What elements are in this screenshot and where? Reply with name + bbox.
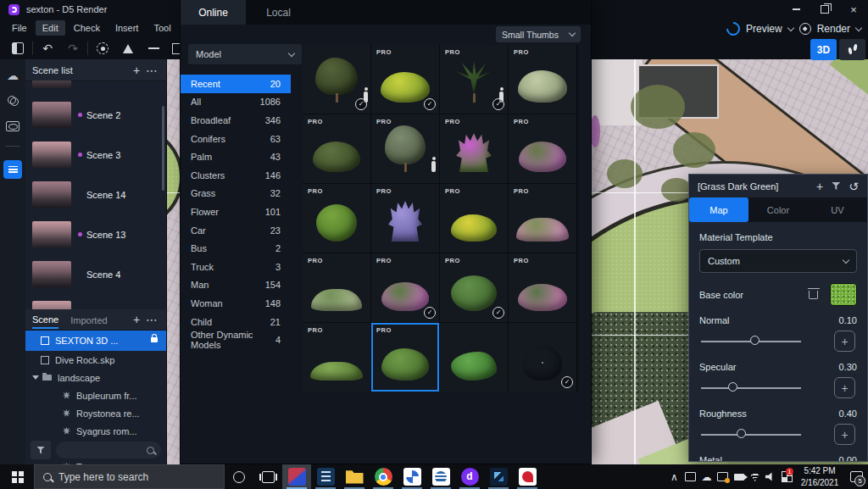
- taskbar-search[interactable]: Type here to search: [34, 464, 225, 489]
- asset-thumbnail[interactable]: PRO✓: [440, 253, 508, 322]
- materials-button[interactable]: [6, 95, 19, 107]
- asset-thumbnail[interactable]: PRO: [303, 114, 370, 183]
- category-palm[interactable]: Palm43: [181, 147, 291, 166]
- taskbar-app-editor[interactable]: [484, 464, 513, 489]
- slider-thumb[interactable]: [750, 336, 760, 345]
- asset-thumbnail[interactable]: PRO: [371, 184, 439, 253]
- minimize-button[interactable]: [782, 0, 810, 19]
- category-truck[interactable]: Truck3: [181, 258, 291, 276]
- slider-thumb[interactable]: [728, 382, 737, 392]
- tablet-mode-icon[interactable]: [682, 464, 698, 489]
- add-material-button[interactable]: +: [816, 181, 823, 192]
- redo-button[interactable]: ↷: [60, 39, 86, 58]
- category-flower[interactable]: Flower101: [181, 203, 291, 221]
- asset-tab-local[interactable]: Local: [246, 0, 311, 25]
- taskbar-app-atlas[interactable]: [426, 464, 455, 489]
- notification-center-button[interactable]: 5: [844, 464, 868, 489]
- thumb-size-dropdown[interactable]: Small Thumbs: [496, 26, 581, 42]
- select-tool-button[interactable]: [90, 39, 115, 58]
- filter-button[interactable]: [31, 441, 51, 459]
- menu-item-check[interactable]: Check: [67, 20, 107, 36]
- category-all[interactable]: All1086: [181, 93, 291, 112]
- reset-material-button[interactable]: ↺: [849, 181, 859, 192]
- apply-filter-icon[interactable]: [832, 182, 840, 190]
- walk-mode-button[interactable]: [839, 39, 865, 60]
- outliner-item[interactable]: Bupleurum fr...: [25, 386, 166, 404]
- category-recent[interactable]: Recent20: [181, 75, 291, 93]
- category-conifers[interactable]: Conifers63: [181, 130, 291, 148]
- scene-list-scrollbar[interactable]: [162, 106, 164, 191]
- asset-thumbnail[interactable]: PRO: [509, 184, 576, 253]
- onedrive-icon[interactable]: ☁: [698, 464, 715, 489]
- category-grass[interactable]: Grass32: [181, 185, 291, 203]
- tab-imported[interactable]: Imported: [70, 312, 107, 328]
- asset-type-dropdown[interactable]: Model: [188, 44, 302, 64]
- material-template-select[interactable]: Custom: [699, 249, 857, 273]
- app-grid-icon[interactable]: 1: [779, 464, 795, 489]
- asset-thumbnail[interactable]: [440, 323, 508, 392]
- asset-thumbnail[interactable]: PRO✓: [440, 45, 508, 114]
- category-man[interactable]: Man154: [181, 276, 291, 295]
- slider-track[interactable]: [701, 387, 801, 389]
- tray-expand-button[interactable]: ∧: [666, 464, 682, 489]
- outliner-item[interactable]: SEXTON 3D ...: [25, 331, 166, 351]
- asset-thumbnail[interactable]: ✓: [303, 45, 370, 114]
- undo-button[interactable]: ↶: [35, 39, 60, 58]
- material-tab-map[interactable]: Map: [689, 197, 748, 222]
- asset-thumbnail[interactable]: PRO: [509, 114, 576, 183]
- tab-scene[interactable]: Scene: [32, 311, 58, 329]
- category-child[interactable]: Child21: [181, 313, 291, 331]
- scene-item[interactable]: Scene 4: [25, 254, 166, 294]
- category-broadleaf[interactable]: Broadleaf346: [181, 111, 291, 130]
- line-tool-button[interactable]: [141, 39, 166, 58]
- taskbar-app-capture[interactable]: [282, 464, 311, 489]
- asset-thumbnail[interactable]: PRO: [371, 323, 439, 392]
- asset-thumbnail[interactable]: PRO: [509, 45, 576, 114]
- trash-icon[interactable]: [809, 291, 818, 299]
- camera-button[interactable]: [6, 120, 19, 132]
- slider-track[interactable]: [701, 434, 801, 436]
- scene-item[interactable]: Scene 11: [25, 81, 166, 95]
- category-bus[interactable]: Bus2: [181, 239, 291, 258]
- taskbar-app-calculator[interactable]: [311, 464, 340, 489]
- menu-item-edit[interactable]: Edit: [36, 20, 65, 36]
- add-map-button[interactable]: +: [834, 331, 855, 352]
- taskbar-clock[interactable]: 5:42 PM 2/16/2021: [795, 465, 844, 488]
- asset-thumbnail[interactable]: PRO: [303, 253, 370, 322]
- chevron-down-icon[interactable]: [855, 24, 862, 31]
- outliner-item[interactable]: landscape: [25, 369, 166, 386]
- category-woman[interactable]: Woman148: [181, 294, 291, 313]
- asset-tab-online[interactable]: Online: [181, 0, 246, 25]
- menu-item-tool[interactable]: Tool: [147, 20, 177, 36]
- asset-thumbnail[interactable]: PRO✓: [371, 253, 439, 322]
- add-map-button[interactable]: +: [834, 424, 855, 445]
- taskbar-app-d5[interactable]: d: [455, 464, 484, 489]
- outliner-item[interactable]: Syagrus rom...: [25, 422, 166, 440]
- taskbar-app-acrobat[interactable]: [513, 464, 542, 489]
- scene-item[interactable]: Scene 13: [25, 214, 166, 254]
- snip-icon[interactable]: [715, 464, 731, 489]
- scene-item[interactable]: Scene 5: [25, 294, 166, 309]
- asset-thumbnail[interactable]: PRO: [440, 114, 508, 183]
- start-button[interactable]: [0, 464, 34, 489]
- caret-down-icon[interactable]: [32, 375, 39, 380]
- add-map-button[interactable]: +: [834, 377, 855, 398]
- panel-toggle-button[interactable]: [5, 39, 31, 58]
- scene-item[interactable]: Scene 3: [25, 135, 166, 175]
- cone-tool-button[interactable]: [115, 39, 141, 58]
- outliner-more-button[interactable]: ⋯: [144, 313, 159, 326]
- menu-item-file[interactable]: File: [5, 20, 34, 36]
- wifi-icon[interactable]: [747, 464, 763, 489]
- material-tab-color[interactable]: Color: [748, 197, 808, 222]
- asset-thumbnail[interactable]: PRO: [440, 184, 508, 253]
- scene-item[interactable]: Scene 2: [25, 95, 166, 135]
- category-other-dynamic-models[interactable]: Other Dynamic Models4: [181, 331, 291, 349]
- cortana-button[interactable]: [225, 464, 253, 489]
- chevron-down-icon[interactable]: [787, 24, 793, 31]
- scene-item[interactable]: Scene 14: [25, 175, 166, 214]
- close-button[interactable]: ×: [839, 0, 868, 19]
- asset-thumbnail[interactable]: PRO: [509, 253, 576, 322]
- taskbar-app-chrome[interactable]: [369, 464, 398, 489]
- outliner-item[interactable]: Dive Rock.skp: [25, 351, 166, 369]
- outliner-add-button[interactable]: +: [129, 313, 144, 326]
